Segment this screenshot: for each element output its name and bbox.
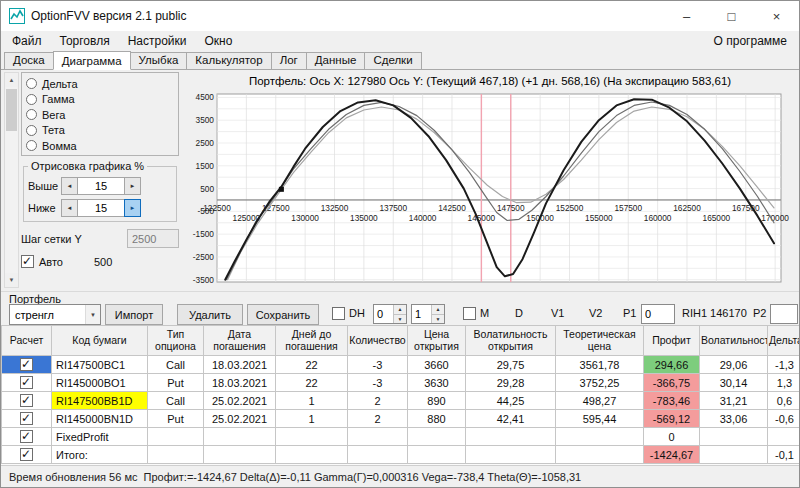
table-cell: -0,6: [768, 410, 800, 428]
calc-checkbox-cell[interactable]: [2, 356, 52, 374]
p1-input[interactable]: [641, 304, 675, 324]
radio-circle[interactable]: [26, 140, 37, 151]
spinner-down-icon[interactable]: ▼: [432, 315, 444, 324]
table-row: FixedProfit0: [2, 428, 800, 446]
panel-scrollbar[interactable]: ▲ ▼: [4, 72, 19, 288]
radio-circle[interactable]: [26, 94, 37, 105]
tab-1[interactable]: Диаграмма: [53, 51, 131, 70]
save-button[interactable]: Сохранить: [247, 304, 319, 325]
d-label: D: [515, 307, 523, 319]
p2-label: P2: [753, 307, 766, 319]
menu-about[interactable]: О программе: [702, 32, 799, 50]
radio-option-3[interactable]: Тета: [26, 123, 174, 139]
x-tick-label-lower: 130000: [291, 213, 319, 223]
payoff-chart[interactable]: 4500350025001500500-500-1500-2500-350012…: [181, 90, 795, 290]
tab-2[interactable]: Улыбка: [130, 52, 188, 69]
radio-option-4[interactable]: Вомма: [26, 138, 174, 154]
menu-item-0[interactable]: Файл: [3, 32, 51, 50]
table-row: RI145000BN1DPut25.02.20211288042,41595,4…: [2, 410, 800, 428]
titlebar: OptionFVV версия 2.1 public – □ ×: [1, 1, 799, 31]
positions-table: РасчетКод бумагиТип опционаДата погашени…: [1, 325, 799, 464]
dh-spinner-1[interactable]: 0 ▲ ▼: [373, 304, 407, 324]
p2-input[interactable]: [770, 304, 798, 324]
table-cell: 44,25: [466, 392, 556, 410]
row-checkbox[interactable]: [20, 448, 33, 461]
auto-checkbox[interactable]: [21, 255, 34, 268]
dh-spinner-2[interactable]: 1 ▲ ▼: [411, 304, 445, 324]
below-row: Ниже ◄ 15 ►: [28, 199, 172, 217]
tab-5[interactable]: Данные: [306, 52, 366, 69]
table-cell: [700, 428, 768, 446]
security-code-cell[interactable]: RI147500BB1D: [52, 392, 148, 410]
draw-percent-group: Отрисовка графика % Выше ◄ 15 ► Ниже ◄ 1…: [23, 160, 177, 222]
cursor-marker: [279, 187, 284, 192]
table-cell: 3660: [408, 356, 466, 374]
security-code-cell[interactable]: FixedProfit: [52, 428, 148, 446]
row-checkbox[interactable]: [20, 358, 33, 371]
spinner-down-icon[interactable]: ▼: [394, 315, 406, 324]
row-checkbox[interactable]: [20, 430, 33, 443]
import-button[interactable]: Импорт: [105, 304, 163, 325]
security-code-cell[interactable]: RI145000BO1: [52, 374, 148, 392]
radio-circle[interactable]: [26, 78, 37, 89]
column-header: Цена открытия: [408, 326, 466, 356]
calc-checkbox-cell[interactable]: [2, 446, 52, 464]
x-tick-label-lower: 140000: [409, 213, 437, 223]
draw-percent-title: Отрисовка графика %: [28, 160, 147, 172]
scroll-down-icon[interactable]: ▼: [5, 273, 18, 287]
menu-item-3[interactable]: Окно: [196, 32, 242, 50]
positions-table-wrap: РасчетКод бумагиТип опционаДата погашени…: [1, 325, 799, 465]
radio-option-1[interactable]: Гамма: [26, 92, 174, 108]
tab-0[interactable]: Доска: [4, 52, 54, 69]
calc-checkbox-cell[interactable]: [2, 392, 52, 410]
minimize-button[interactable]: –: [664, 1, 709, 31]
calc-checkbox-cell[interactable]: [2, 410, 52, 428]
chevron-down-icon[interactable]: ▼: [85, 305, 100, 324]
radio-option-0[interactable]: Дельта: [26, 76, 174, 92]
profit-cell: -1424,67: [644, 446, 700, 464]
tab-4[interactable]: Лог: [271, 52, 307, 69]
radio-circle[interactable]: [26, 109, 37, 120]
table-row: RI145000BO1Put18.03.202122-3363029,28375…: [2, 374, 800, 392]
greek-radio-list: ДельтаГаммаВегаТетаВомма: [21, 72, 179, 156]
scrollbar-thumb[interactable]: [6, 89, 17, 131]
x-tick-label-upper: 157500: [614, 203, 642, 213]
spinner-up-icon[interactable]: ▲: [432, 305, 444, 315]
above-increase-button[interactable]: ►: [124, 177, 141, 195]
maximize-button[interactable]: □: [709, 1, 754, 31]
v2-label: V2: [589, 307, 602, 319]
panel-content: ДельтаГаммаВегаТетаВомма Отрисовка графи…: [21, 72, 179, 268]
table-cell: 3752,25: [556, 374, 644, 392]
close-button[interactable]: ×: [754, 1, 799, 31]
radio-label: Вомма: [42, 140, 77, 152]
preset-combobox[interactable]: стренгл ▼: [9, 304, 101, 325]
below-decrease-button[interactable]: ◄: [61, 199, 78, 217]
calc-checkbox-cell[interactable]: [2, 374, 52, 392]
tab-3[interactable]: Калькулятор: [186, 52, 271, 69]
radio-circle[interactable]: [26, 125, 37, 136]
table-cell: 25.02.2021: [204, 392, 276, 410]
calc-checkbox-cell[interactable]: [2, 428, 52, 446]
row-checkbox[interactable]: [20, 376, 33, 389]
y-tick-label: -2500: [193, 252, 215, 262]
spinner-up-icon[interactable]: ▲: [394, 305, 406, 315]
security-code-cell[interactable]: RI145000BN1D: [52, 410, 148, 428]
m-checkbox[interactable]: [463, 307, 476, 320]
scroll-up-icon[interactable]: ▲: [5, 73, 18, 87]
tab-6[interactable]: Сделки: [364, 52, 421, 69]
menu-item-1[interactable]: Торговля: [51, 32, 119, 50]
delete-button[interactable]: Удалить: [177, 304, 243, 325]
radio-option-2[interactable]: Вега: [26, 107, 174, 123]
menu-item-2[interactable]: Настройки: [119, 32, 196, 50]
dh-checkbox[interactable]: [332, 307, 345, 320]
table-cell: [276, 446, 348, 464]
below-increase-button[interactable]: ►: [124, 199, 141, 217]
row-checkbox[interactable]: [20, 394, 33, 407]
tabstrip: ДоскаДиаграммаУлыбкаКалькуляторЛогДанные…: [1, 51, 799, 70]
above-decrease-button[interactable]: ◄: [61, 177, 78, 195]
security-code-cell[interactable]: Итого:: [52, 446, 148, 464]
table-cell: [408, 446, 466, 464]
security-code-cell[interactable]: RI147500BC1: [52, 356, 148, 374]
radio-label: Вега: [42, 109, 65, 121]
row-checkbox[interactable]: [20, 412, 33, 425]
